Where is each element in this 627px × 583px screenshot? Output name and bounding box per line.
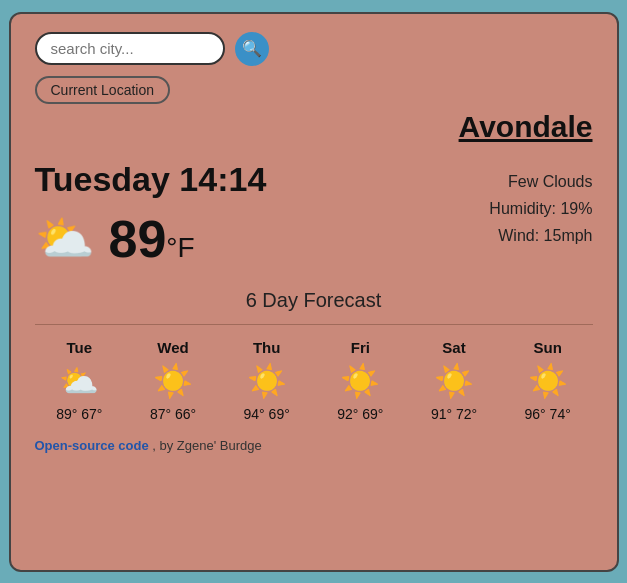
forecast-day-label: Sat <box>409 339 499 356</box>
forecast-divider <box>35 324 593 325</box>
left-weather: Tuesday 14:14 ⛅ 89°F <box>35 160 267 269</box>
search-icon: 🔍 <box>242 39 262 58</box>
forecast-temps: 96° 74° <box>503 406 593 422</box>
forecast-day-label: Tue <box>35 339 125 356</box>
forecast-temps: 91° 72° <box>409 406 499 422</box>
search-input[interactable] <box>35 32 225 65</box>
current-location-button[interactable]: Current Location <box>35 76 171 104</box>
forecast-day-label: Fri <box>315 339 405 356</box>
forecast-title: 6 Day Forecast <box>35 289 593 312</box>
forecast-day-label: Thu <box>222 339 312 356</box>
forecast-temps: 87° 66° <box>128 406 218 422</box>
forecast-section: 6 Day Forecast Tue ⛅ 89° 67° Wed ☀️ 87° … <box>35 289 593 422</box>
forecast-grid: Tue ⛅ 89° 67° Wed ☀️ 87° 66° Thu ☀️ 94° … <box>35 339 593 422</box>
current-location-wrapper: Current Location <box>35 74 593 104</box>
forecast-icon: ☀️ <box>503 362 593 400</box>
right-weather: Few Clouds Humidity: 19% Wind: 15mph <box>489 160 592 250</box>
current-weather-icon: ⛅ <box>35 211 95 267</box>
forecast-icon: ☀️ <box>315 362 405 400</box>
search-button[interactable]: 🔍 <box>235 32 269 66</box>
temperature-value: 89°F <box>109 209 195 269</box>
main-weather: Tuesday 14:14 ⛅ 89°F Few Clouds Humidity… <box>35 160 593 269</box>
forecast-day: Thu ☀️ 94° 69° <box>222 339 312 422</box>
forecast-day-label: Sun <box>503 339 593 356</box>
temp-row: ⛅ 89°F <box>35 209 267 269</box>
forecast-day: Sat ☀️ 91° 72° <box>409 339 499 422</box>
forecast-icon: ☀️ <box>409 362 499 400</box>
forecast-day: Wed ☀️ 87° 66° <box>128 339 218 422</box>
footer: Open-source code , by Zgene' Burdge <box>35 438 593 453</box>
forecast-icon: ☀️ <box>222 362 312 400</box>
search-bar: 🔍 <box>35 32 593 66</box>
humidity-text: Humidity: 19% <box>489 195 592 222</box>
wind-text: Wind: 15mph <box>489 222 592 249</box>
forecast-day: Sun ☀️ 96° 74° <box>503 339 593 422</box>
weather-card: 🔍 Current Location Avondale Tuesday 14:1… <box>9 12 619 572</box>
forecast-temps: 94° 69° <box>222 406 312 422</box>
condition-text: Few Clouds <box>489 168 592 195</box>
forecast-day-label: Wed <box>128 339 218 356</box>
forecast-icon: ⛅ <box>35 362 125 400</box>
forecast-day: Tue ⛅ 89° 67° <box>35 339 125 422</box>
forecast-temps: 92° 69° <box>315 406 405 422</box>
datetime: Tuesday 14:14 <box>35 160 267 199</box>
open-source-link[interactable]: Open-source code <box>35 438 149 453</box>
temp-unit: °F <box>166 232 194 263</box>
city-name: Avondale <box>35 110 593 144</box>
forecast-icon: ☀️ <box>128 362 218 400</box>
forecast-day: Fri ☀️ 92° 69° <box>315 339 405 422</box>
forecast-temps: 89° 67° <box>35 406 125 422</box>
footer-text: , by Zgene' Burdge <box>149 438 262 453</box>
